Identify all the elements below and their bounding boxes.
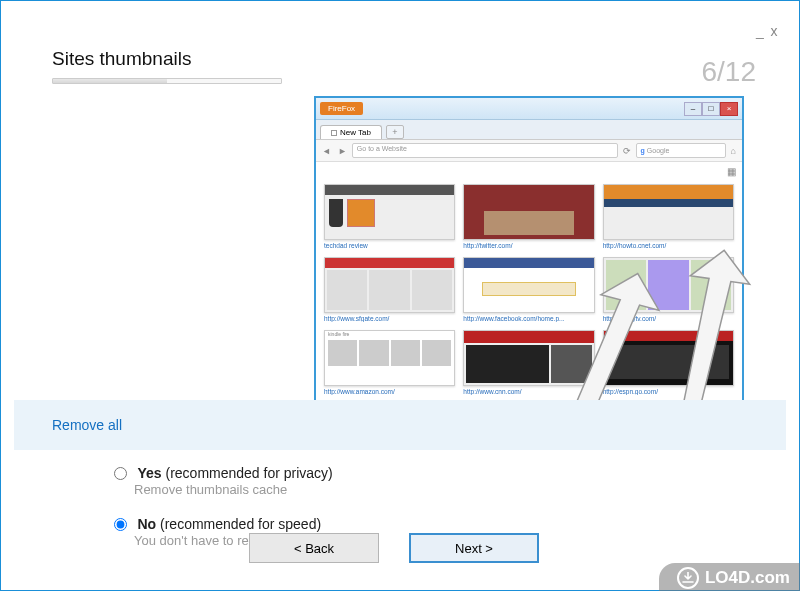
illus-close-icon: × bbox=[720, 102, 738, 116]
site-thumbnail: http://espn.go.com/ bbox=[603, 330, 734, 395]
thumbnail-image bbox=[463, 257, 594, 313]
site-thumbnail: kindle fire http://www.amazon.com/ bbox=[324, 330, 455, 395]
close-icon[interactable]: x bbox=[768, 26, 780, 38]
thumbnail-label: http://www.amazon.com/ bbox=[324, 388, 455, 395]
download-icon bbox=[677, 567, 699, 589]
thumbnail-image: kindle fire bbox=[324, 330, 455, 386]
thumbnail-label: http://xfinitytv.com/ bbox=[603, 315, 734, 322]
next-button[interactable]: Next > bbox=[409, 533, 539, 563]
window-controls: _ x bbox=[754, 26, 780, 38]
watermark: LO4D.com bbox=[659, 563, 800, 591]
illus-url-field: Go to a Website bbox=[352, 143, 618, 158]
thumbnail-grid: techdad review http://twitter.com/ http:… bbox=[324, 184, 734, 395]
illus-tabbar: New Tab + bbox=[316, 120, 742, 140]
thumbnail-label: http://www.sfgate.com/ bbox=[324, 315, 455, 322]
section-header: Remove all bbox=[14, 400, 786, 450]
home-icon: ⌂ bbox=[729, 146, 738, 156]
progress-fill bbox=[53, 79, 167, 83]
firefox-menu-button: FireFox bbox=[320, 102, 363, 115]
radio-yes[interactable] bbox=[114, 467, 127, 480]
illus-titlebar: FireFox – □ × bbox=[316, 98, 742, 120]
google-icon: g bbox=[641, 147, 645, 154]
option-yes-sub: Remove thumbnails cache bbox=[134, 482, 337, 497]
illus-search-placeholder: Google bbox=[647, 147, 670, 154]
page-title: Sites thumbnails bbox=[52, 48, 191, 70]
site-thumbnail: http://xfinitytv.com/ bbox=[603, 257, 734, 322]
thumbnail-label: http://twitter.com/ bbox=[463, 242, 594, 249]
thumbnail-label: http://www.cnn.com/ bbox=[463, 388, 594, 395]
site-thumbnail: http://www.cnn.com/ bbox=[463, 330, 594, 395]
option-no-label: No (recommended for speed) bbox=[137, 516, 321, 532]
back-button[interactable]: < Back bbox=[249, 533, 379, 563]
site-thumbnail: techdad review bbox=[324, 184, 455, 249]
thumbnail-label: http://howto.cnet.com/ bbox=[603, 242, 734, 249]
remove-all-link[interactable]: Remove all bbox=[52, 417, 122, 433]
thumbnail-image bbox=[603, 257, 734, 313]
illus-window-buttons: – □ × bbox=[684, 102, 738, 116]
progress-bar bbox=[52, 78, 282, 84]
option-yes[interactable]: Yes (recommended for privacy) bbox=[114, 464, 333, 481]
new-tab-icon: + bbox=[386, 125, 404, 139]
radio-no[interactable] bbox=[114, 518, 127, 531]
illus-tab: New Tab bbox=[320, 125, 382, 139]
illus-body: ▦ techdad review http://twitter.com/ htt… bbox=[316, 162, 742, 404]
illus-tab-label: New Tab bbox=[340, 128, 371, 137]
thumbnail-image bbox=[463, 330, 594, 386]
site-thumbnail: http://howto.cnet.com/ bbox=[603, 184, 734, 249]
wizard-panel: _ x Sites thumbnails 6/12 FireFox – □ × … bbox=[14, 20, 786, 571]
site-thumbnail: http://twitter.com/ bbox=[463, 184, 594, 249]
forward-icon: ► bbox=[336, 146, 349, 156]
illustration-browser: FireFox – □ × New Tab + ◄ ► Go to a Webs… bbox=[314, 96, 744, 406]
grid-icon: ▦ bbox=[727, 166, 736, 177]
thumbnail-image bbox=[603, 184, 734, 240]
thumbnail-image bbox=[603, 330, 734, 386]
page-icon bbox=[331, 130, 337, 136]
option-no[interactable]: No (recommended for speed) bbox=[114, 515, 321, 532]
illus-maximize-icon: □ bbox=[702, 102, 720, 116]
wizard-buttons: < Back Next > bbox=[249, 533, 539, 563]
thumbnail-label: http://espn.go.com/ bbox=[603, 388, 734, 395]
thumbnail-image bbox=[463, 184, 594, 240]
minimize-icon[interactable]: _ bbox=[754, 26, 766, 38]
step-counter: 6/12 bbox=[702, 56, 757, 88]
illus-minimize-icon: – bbox=[684, 102, 702, 116]
thumbnail-label: techdad review bbox=[324, 242, 455, 249]
back-icon: ◄ bbox=[320, 146, 333, 156]
thumbnail-image bbox=[324, 257, 455, 313]
illus-addressbar: ◄ ► Go to a Website ⟳ g Google ⌂ bbox=[316, 140, 742, 162]
site-thumbnail: http://www.facebook.com/home.p... bbox=[463, 257, 594, 322]
option-yes-row: Yes (recommended for privacy) Remove thu… bbox=[114, 464, 337, 497]
thumbnail-image bbox=[324, 184, 455, 240]
watermark-text: LO4D.com bbox=[705, 568, 790, 588]
site-thumbnail: http://www.sfgate.com/ bbox=[324, 257, 455, 322]
reload-icon: ⟳ bbox=[621, 146, 633, 156]
illus-search-field: g Google bbox=[636, 143, 726, 158]
thumbnail-label: http://www.facebook.com/home.p... bbox=[463, 315, 594, 322]
option-yes-label: Yes (recommended for privacy) bbox=[137, 465, 332, 481]
